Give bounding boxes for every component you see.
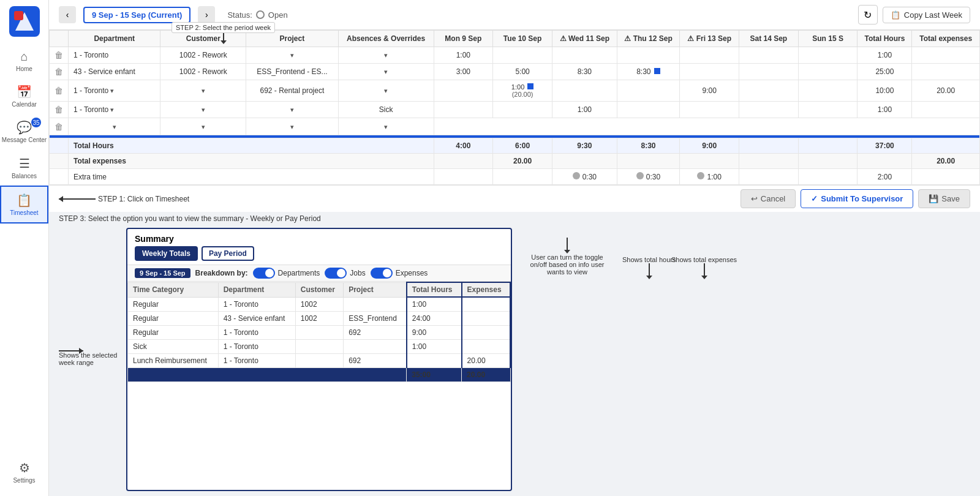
- expenses-toggle[interactable]: [371, 268, 393, 279]
- summary-table: Time Category Department Customer Projec…: [127, 282, 511, 382]
- sidebar-item-calendar[interactable]: 📅 Calendar: [0, 78, 48, 114]
- delete-row-4[interactable]: 🗑: [55, 105, 63, 115]
- total-hours: [407, 354, 462, 368]
- submit-supervisor-button[interactable]: ✓ Submit To Supervisor: [801, 189, 913, 208]
- save-button[interactable]: 💾 Save: [918, 189, 970, 208]
- thu-cell[interactable]: [617, 102, 679, 118]
- absence-cell[interactable]: ▾: [338, 47, 434, 64]
- wed-cell[interactable]: 8:30: [552, 64, 617, 80]
- summary-row: Regular 1 - Toronto 692 9:00: [128, 326, 511, 340]
- fri-cell[interactable]: 9:00: [680, 80, 739, 102]
- tue-cell[interactable]: [493, 47, 552, 64]
- tab-weekly-totals[interactable]: Weekly Totals: [135, 246, 198, 261]
- customer-cell[interactable]: ▾: [160, 102, 246, 118]
- project-cell-empty[interactable]: ▾: [246, 118, 338, 135]
- total-tue: 6:00: [493, 138, 552, 154]
- wed-cell[interactable]: 1:00: [552, 102, 617, 118]
- prev-period-button[interactable]: ‹: [59, 6, 76, 23]
- tue-cell[interactable]: [493, 102, 552, 118]
- footer-spacer: [128, 368, 407, 382]
- fri-cell[interactable]: [680, 64, 739, 80]
- dept-cell: 1 - Toronto: [69, 47, 160, 64]
- refresh-button[interactable]: ↻: [858, 5, 878, 24]
- next-period-button[interactable]: ›: [198, 6, 215, 23]
- sidebar-item-timesheet[interactable]: 📋 Timesheet: [0, 186, 48, 224]
- extra-time-label: Extra time: [69, 169, 434, 185]
- sidebar-label-message: Message Center: [2, 137, 47, 144]
- sun-cell[interactable]: [798, 102, 858, 118]
- total-expenses-empty: [912, 138, 980, 154]
- tab-pay-period[interactable]: Pay Period: [202, 246, 254, 261]
- col-total-hours: Total Hours: [858, 31, 912, 47]
- step3-text: STEP 3: Select the option you want to vi…: [59, 214, 321, 223]
- sun-cell[interactable]: [798, 80, 858, 102]
- project-cell: 692 - Rental project: [246, 80, 338, 102]
- absence-cell-empty[interactable]: ▾: [338, 118, 434, 135]
- copy-last-week-button[interactable]: 📋 Copy Last Week: [883, 7, 970, 23]
- period-selector[interactable]: 9 Sep - 15 Sep (Current): [83, 7, 190, 23]
- sidebar-item-balances[interactable]: ☰ Balances: [0, 150, 48, 186]
- departments-toggle[interactable]: [253, 268, 275, 279]
- status-value: Open: [268, 10, 288, 20]
- table-row: 🗑 43 - Service enfant 1002 - Rework ESS_…: [50, 64, 980, 80]
- mon-cell[interactable]: 3:00: [434, 64, 493, 80]
- total-expenses-row: Total expenses 20.00 20.00: [50, 154, 980, 169]
- project: ESS_Frontend: [344, 312, 407, 326]
- customer-cell-empty[interactable]: ▾: [160, 118, 246, 135]
- fri-cell[interactable]: [680, 102, 739, 118]
- sidebar-item-settings[interactable]: ⚙ Settings: [0, 454, 48, 490]
- jobs-toggle[interactable]: [325, 268, 347, 279]
- mon-cell[interactable]: [434, 80, 493, 102]
- delete-row-3[interactable]: 🗑: [55, 86, 63, 96]
- wed-cell[interactable]: [552, 80, 617, 102]
- exp-total-val: 20.00: [912, 154, 980, 169]
- sun-cell[interactable]: [798, 64, 858, 80]
- wed-cell[interactable]: [552, 47, 617, 64]
- total-wed: 9:30: [552, 138, 617, 154]
- sidebar-item-home[interactable]: ⌂ Home: [0, 43, 48, 78]
- customer: [295, 326, 343, 340]
- project: [344, 297, 407, 312]
- mon-cell[interactable]: [434, 102, 493, 118]
- project-cell[interactable]: ▾: [246, 102, 338, 118]
- dept-cell[interactable]: 1 - Toronto ▾: [69, 80, 160, 102]
- sat-cell[interactable]: [739, 102, 799, 118]
- delete-row-2[interactable]: 🗑: [55, 67, 63, 77]
- project: [344, 340, 407, 354]
- mon-cell[interactable]: 1:00: [434, 47, 493, 64]
- col-project: Project: [344, 282, 407, 297]
- col-sat: Sat 14 Sep: [739, 31, 799, 47]
- dept-cell-empty[interactable]: ▾: [69, 118, 160, 135]
- sat-cell[interactable]: [739, 64, 799, 80]
- absence-cell[interactable]: ▾: [338, 64, 434, 80]
- time-cat: Regular: [128, 297, 219, 312]
- sat-cell[interactable]: [739, 47, 799, 64]
- sidebar-item-message-center[interactable]: 💬 Message Center 35: [0, 114, 48, 150]
- project-cell[interactable]: ▾: [246, 47, 338, 64]
- thu-cell[interactable]: [617, 47, 679, 64]
- absence-cell[interactable]: ▾: [338, 80, 434, 102]
- sat-cell[interactable]: [739, 80, 799, 102]
- timesheet-icon: 📋: [17, 193, 32, 208]
- tue-cell[interactable]: 5:00: [493, 64, 552, 80]
- fri-cell[interactable]: [680, 47, 739, 64]
- sidebar: ⌂ Home 📅 Calendar 💬 Message Center 35 ☰ …: [0, 0, 49, 496]
- customer-cell[interactable]: ▾: [160, 80, 246, 102]
- dept: 43 - Service enfant: [218, 312, 295, 326]
- status-area: Status: Open: [227, 10, 287, 20]
- thu-cell[interactable]: [617, 80, 679, 102]
- thu-cell[interactable]: 8:30: [617, 64, 679, 80]
- sun-cell[interactable]: [798, 47, 858, 64]
- time-cat: Regular: [128, 326, 219, 340]
- delete-row-1[interactable]: 🗑: [55, 50, 63, 60]
- dept-cell[interactable]: 1 - Toronto ▾: [69, 102, 160, 118]
- right-annotations: User can turn the toggle on/off based on…: [512, 225, 970, 491]
- settings-icon: ⚙: [19, 460, 30, 475]
- exp-sun: [798, 154, 858, 169]
- delete-row-5[interactable]: 🗑: [55, 122, 63, 132]
- expenses: [462, 297, 510, 312]
- tue-cell[interactable]: 1:00 (20.00): [493, 80, 552, 102]
- total-hours-cell: 1:00: [858, 102, 912, 118]
- total-expenses-annotation: Shows total expenses: [671, 256, 737, 279]
- cancel-button[interactable]: ↩ Cancel: [741, 189, 796, 208]
